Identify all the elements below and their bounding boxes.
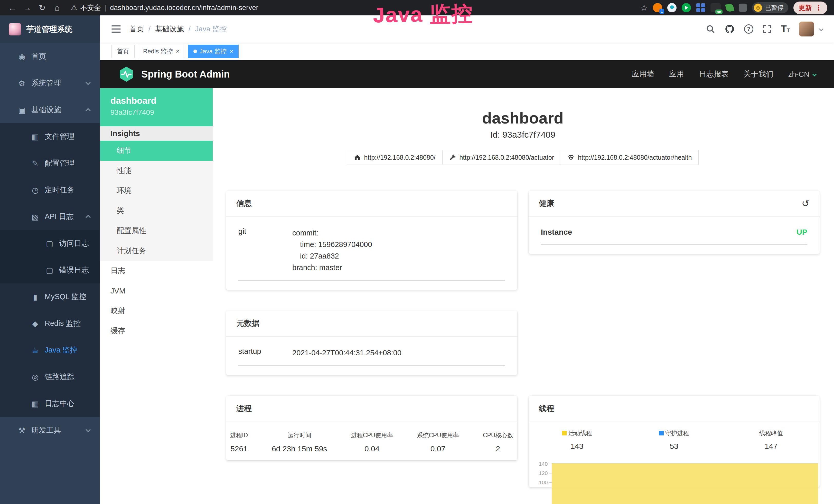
sba-sidebar-item-performance[interactable]: 性能 — [100, 161, 213, 181]
sidebar-item-infrastructure[interactable]: ▣ 基础设施 — [0, 96, 100, 123]
help-icon[interactable]: ? — [744, 24, 753, 33]
metadata-card-header: 元数据 — [226, 311, 517, 337]
sba-sidebar-item-mappings[interactable]: 映射 — [100, 301, 213, 321]
process-col-value: 6d 23h 15m 59s — [272, 444, 327, 453]
sba-sidebar-item-environment[interactable]: 环境 — [100, 181, 213, 201]
chevron-up-icon — [86, 215, 91, 220]
sidebar-item-file-mgmt[interactable]: ▥ 文件管理 — [0, 123, 100, 150]
mysql-icon: ▮ — [29, 293, 41, 301]
heartbeat-icon — [568, 154, 574, 161]
sba-nav-applications[interactable]: 应用 — [669, 69, 684, 79]
reload-icon[interactable]: ↻ — [37, 4, 48, 12]
actuator-url-button[interactable]: http://192.168.0.2:48080/actuator — [442, 150, 561, 165]
extension-drop-icon[interactable] — [667, 3, 677, 12]
sidebar-item-label: 研发工具 — [31, 425, 61, 435]
extension-grid-icon[interactable] — [696, 3, 705, 12]
history-icon[interactable]: ↺ — [802, 199, 809, 208]
annotation-text: Java 监控 — [373, 0, 474, 29]
paused-badge[interactable]: ☺ 已暂停 — [752, 2, 788, 13]
y-tick: 100 — [539, 478, 551, 487]
extension-green-icon[interactable] — [682, 3, 691, 12]
extension-on-icon[interactable]: on — [710, 3, 721, 12]
breadcrumb-current: Java 监控 — [195, 24, 227, 34]
instance-url-button[interactable]: http://192.168.0.2:48080/ — [347, 150, 443, 165]
sidebar-item-home[interactable]: ◉ 首页 — [0, 43, 100, 70]
sba-sidebar-item-scheduled-tasks[interactable]: 计划任务 — [100, 241, 213, 261]
tab-java-monitor[interactable]: Java 监控 × — [188, 45, 239, 58]
breadcrumb-home[interactable]: 首页 — [129, 24, 144, 34]
sba-nav-wallboard[interactable]: 应用墙 — [632, 69, 654, 79]
back-icon[interactable]: ← — [7, 4, 18, 12]
avatar-caret-icon[interactable] — [819, 27, 824, 31]
sidebar-item-java-monitor[interactable]: ☕ Java 监控 — [0, 337, 100, 364]
fullscreen-icon[interactable] — [763, 24, 772, 33]
wrench-icon — [449, 154, 456, 161]
sidebar-item-label: 日志中心 — [45, 398, 74, 409]
forward-icon[interactable]: → — [22, 4, 33, 12]
metadata-key: startup — [238, 347, 292, 359]
github-icon[interactable] — [725, 24, 735, 34]
sba-sidebar-item-jvm[interactable]: JVM — [100, 281, 213, 301]
sidebar-item-redis-monitor[interactable]: ◆ Redis 监控 — [0, 310, 100, 337]
app-logo — [9, 23, 21, 36]
tab-label: Java 监控 — [200, 47, 226, 55]
sidebar-item-error-logs[interactable]: ▢ 错误日志 — [0, 257, 100, 283]
process-col-value: 2 — [483, 444, 513, 453]
update-button[interactable]: 更新 ⋮ — [793, 2, 827, 14]
sba-sidebar-item-config-props[interactable]: 配置属性 — [100, 221, 213, 241]
sidebar-item-label: 链路追踪 — [45, 372, 74, 382]
extension-leaf-icon[interactable] — [725, 3, 734, 12]
health-instance-row[interactable]: Instance UP — [541, 219, 808, 245]
sidebar-item-label: 基础设施 — [31, 105, 61, 115]
address-url[interactable]: dashboard.yudao.iocoder.cn/infra/admin-s… — [110, 4, 258, 12]
sba-nav: 应用墙 应用 日志报表 关于我们 zh-CN — [632, 69, 816, 79]
sidebar-item-system-mgmt[interactable]: ⚙ 系统管理 — [0, 70, 100, 96]
tab-redis-monitor[interactable]: Redis 监控 × — [138, 45, 185, 58]
home-icon[interactable]: ⌂ — [51, 4, 63, 12]
sidebar-item-label: 配置管理 — [45, 158, 74, 168]
legend-live-swatch — [562, 431, 567, 435]
font-size-icon[interactable]: TT — [781, 24, 790, 35]
health-url-button[interactable]: http://192.168.0.2:48080/actuator/health — [561, 150, 699, 165]
search-icon[interactable] — [706, 24, 715, 34]
close-icon[interactable]: × — [176, 48, 179, 55]
sidebar-item-mysql-monitor[interactable]: ▮ MySQL 监控 — [0, 283, 100, 310]
app-logo-row[interactable]: 芋道管理系统 — [0, 16, 100, 43]
sidebar-item-scheduled-tasks[interactable]: ◷ 定时任务 — [0, 177, 100, 203]
browser-menu-icon[interactable]: ⋮ — [815, 4, 822, 12]
sidebar-item-access-logs[interactable]: ▢ 访问日志 — [0, 230, 100, 257]
sba-brand-title[interactable]: Spring Boot Admin — [141, 69, 230, 80]
process-col-cores: CPU核心数 2 — [483, 431, 513, 453]
sba-sidebar-item-logs[interactable]: 日志 — [100, 261, 213, 281]
sidebar-item-dev-tools[interactable]: ⚒ 研发工具 — [0, 417, 100, 444]
sidebar-item-link-tracing[interactable]: ◎ 链路追踪 — [0, 364, 100, 390]
sba-nav-journal[interactable]: 日志报表 — [699, 69, 729, 79]
sba-nav-about[interactable]: 关于我们 — [744, 69, 773, 79]
info-key: git — [238, 227, 292, 273]
git-branch-line: branch: master — [292, 262, 372, 273]
site-security-chip[interactable]: ⚠ 不安全 — [71, 3, 101, 12]
legend-value: 147 — [723, 442, 820, 451]
update-label: 更新 — [798, 3, 812, 12]
sidebar-item-config-mgmt[interactable]: ✎ 配置管理 — [0, 150, 100, 177]
close-icon[interactable]: × — [229, 48, 233, 55]
active-tab-dot — [193, 49, 197, 53]
breadcrumb-infrastructure[interactable]: 基础设施 — [155, 24, 184, 34]
tab-home[interactable]: 首页 — [111, 45, 135, 58]
hamburger-icon[interactable] — [111, 25, 121, 32]
sba-sidebar-item-caches[interactable]: 缓存 — [100, 321, 213, 341]
infrastructure-icon: ▣ — [16, 106, 28, 115]
sba-sidebar-item-classes[interactable]: 类 — [100, 201, 213, 221]
sidebar-item-api-logs[interactable]: ▧ API 日志 — [0, 203, 100, 230]
avatar[interactable] — [799, 22, 814, 37]
actuator-url: http://192.168.0.2:48080/actuator — [460, 154, 554, 161]
extensions-puzzle-icon[interactable] — [739, 4, 747, 12]
extension-orange-icon[interactable]: 1 — [653, 3, 662, 12]
sba-language-select[interactable]: zh-CN — [788, 70, 816, 78]
bookmark-star-icon[interactable]: ☆ — [640, 3, 648, 13]
extension-badge: 1 — [659, 9, 664, 14]
sba-instance-header[interactable]: dashboard 93a3fc7f7409 — [100, 88, 213, 126]
sba-sidebar-item-details[interactable]: 细节 — [100, 141, 213, 161]
sidebar-item-log-center[interactable]: ▦ 日志中心 — [0, 390, 100, 417]
process-col-label: 进程ID — [230, 431, 248, 439]
